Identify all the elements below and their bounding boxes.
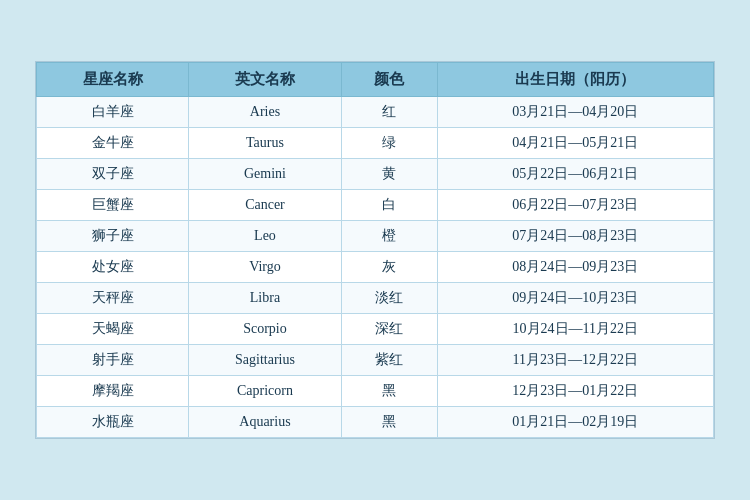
- cell-color: 深红: [341, 314, 437, 345]
- cell-english-name: Virgo: [189, 252, 341, 283]
- cell-chinese-name: 摩羯座: [37, 376, 189, 407]
- cell-chinese-name: 白羊座: [37, 97, 189, 128]
- header-english-name: 英文名称: [189, 63, 341, 97]
- cell-chinese-name: 天蝎座: [37, 314, 189, 345]
- cell-chinese-name: 射手座: [37, 345, 189, 376]
- cell-english-name: Aquarius: [189, 407, 341, 438]
- cell-color: 黑: [341, 407, 437, 438]
- cell-color: 红: [341, 97, 437, 128]
- zodiac-table: 星座名称 英文名称 颜色 出生日期（阳历） 白羊座Aries红03月21日—04…: [36, 62, 714, 438]
- cell-dates: 03月21日—04月20日: [437, 97, 713, 128]
- cell-dates: 10月24日—11月22日: [437, 314, 713, 345]
- cell-english-name: Capricorn: [189, 376, 341, 407]
- cell-color: 紫红: [341, 345, 437, 376]
- table-body: 白羊座Aries红03月21日—04月20日金牛座Taurus绿04月21日—0…: [37, 97, 714, 438]
- cell-dates: 06月22日—07月23日: [437, 190, 713, 221]
- cell-chinese-name: 双子座: [37, 159, 189, 190]
- cell-color: 白: [341, 190, 437, 221]
- cell-color: 黄: [341, 159, 437, 190]
- cell-chinese-name: 处女座: [37, 252, 189, 283]
- header-color: 颜色: [341, 63, 437, 97]
- cell-chinese-name: 天秤座: [37, 283, 189, 314]
- cell-english-name: Scorpio: [189, 314, 341, 345]
- table-row: 狮子座Leo橙07月24日—08月23日: [37, 221, 714, 252]
- cell-english-name: Cancer: [189, 190, 341, 221]
- header-chinese-name: 星座名称: [37, 63, 189, 97]
- table-row: 水瓶座Aquarius黑01月21日—02月19日: [37, 407, 714, 438]
- cell-dates: 05月22日—06月21日: [437, 159, 713, 190]
- cell-chinese-name: 狮子座: [37, 221, 189, 252]
- cell-english-name: Taurus: [189, 128, 341, 159]
- cell-color: 黑: [341, 376, 437, 407]
- table-row: 天秤座Libra淡红09月24日—10月23日: [37, 283, 714, 314]
- cell-dates: 04月21日—05月21日: [437, 128, 713, 159]
- table-row: 天蝎座Scorpio深红10月24日—11月22日: [37, 314, 714, 345]
- cell-chinese-name: 水瓶座: [37, 407, 189, 438]
- table-row: 巨蟹座Cancer白06月22日—07月23日: [37, 190, 714, 221]
- cell-english-name: Sagittarius: [189, 345, 341, 376]
- cell-dates: 12月23日—01月22日: [437, 376, 713, 407]
- table-row: 双子座Gemini黄05月22日—06月21日: [37, 159, 714, 190]
- cell-english-name: Aries: [189, 97, 341, 128]
- cell-dates: 09月24日—10月23日: [437, 283, 713, 314]
- header-dates: 出生日期（阳历）: [437, 63, 713, 97]
- cell-dates: 08月24日—09月23日: [437, 252, 713, 283]
- cell-color: 灰: [341, 252, 437, 283]
- cell-dates: 11月23日—12月22日: [437, 345, 713, 376]
- table-row: 摩羯座Capricorn黑12月23日—01月22日: [37, 376, 714, 407]
- table-header-row: 星座名称 英文名称 颜色 出生日期（阳历）: [37, 63, 714, 97]
- table-row: 射手座Sagittarius紫红11月23日—12月22日: [37, 345, 714, 376]
- cell-english-name: Gemini: [189, 159, 341, 190]
- table-row: 白羊座Aries红03月21日—04月20日: [37, 97, 714, 128]
- cell-chinese-name: 金牛座: [37, 128, 189, 159]
- cell-color: 绿: [341, 128, 437, 159]
- table-row: 金牛座Taurus绿04月21日—05月21日: [37, 128, 714, 159]
- cell-dates: 01月21日—02月19日: [437, 407, 713, 438]
- cell-color: 淡红: [341, 283, 437, 314]
- cell-dates: 07月24日—08月23日: [437, 221, 713, 252]
- cell-english-name: Leo: [189, 221, 341, 252]
- cell-color: 橙: [341, 221, 437, 252]
- cell-chinese-name: 巨蟹座: [37, 190, 189, 221]
- zodiac-table-container: 星座名称 英文名称 颜色 出生日期（阳历） 白羊座Aries红03月21日—04…: [35, 61, 715, 439]
- cell-english-name: Libra: [189, 283, 341, 314]
- table-row: 处女座Virgo灰08月24日—09月23日: [37, 252, 714, 283]
